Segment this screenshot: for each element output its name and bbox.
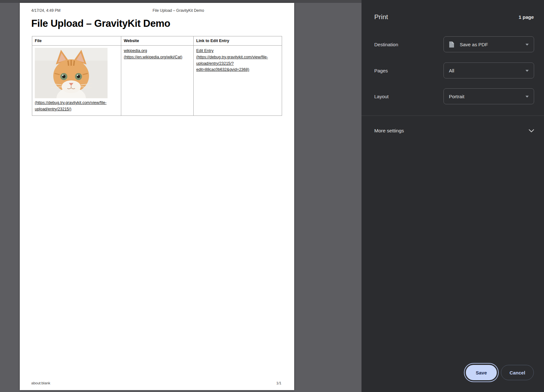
window-top-strip (0, 0, 361, 3)
destination-dropdown[interactable]: Save as PDF (443, 36, 534, 52)
chevron-down-icon (525, 70, 529, 72)
website-link-url: (https://en.wikipedia.org/wiki/Cat) (124, 55, 182, 59)
pages-value: All (449, 68, 454, 73)
chevron-down-icon (525, 44, 529, 46)
column-header-website: Website (121, 36, 194, 46)
cat-photo (35, 48, 108, 98)
edit-entry-cell: Edit Entry (https://debug.try.gravitykit… (194, 46, 282, 116)
column-header-file: File (32, 36, 121, 46)
save-button[interactable]: Save (466, 365, 497, 380)
entries-table: File Website Link to Edit Entry (32, 36, 282, 116)
destination-value: Save as PDF (460, 42, 488, 47)
destination-label: Destination (374, 42, 398, 47)
file-link: (https://debug.try.gravitykit.com/view/f… (35, 100, 107, 111)
pages-dropdown[interactable]: All (443, 63, 534, 78)
file-cell: (https://debug.try.gravitykit.com/view/f… (32, 46, 121, 116)
cancel-button[interactable]: Cancel (501, 365, 534, 380)
pdf-file-icon (449, 41, 454, 48)
print-preview-page: 4/17/24, 4:49 PM File Upload – GravityKi… (20, 3, 294, 390)
layout-label: Layout (374, 94, 389, 99)
table-row: (https://debug.try.gravitykit.com/view/f… (32, 46, 282, 116)
website-cell: wikipedia.org (https://en.wikipedia.org/… (121, 46, 194, 116)
layout-dropdown[interactable]: Portrait (443, 88, 534, 104)
chevron-down-icon (525, 96, 529, 98)
table-header-row: File Website Link to Edit Entry (32, 36, 282, 46)
print-dialog: Print 1 page Destination Save as PDF Pag… (361, 0, 544, 392)
destination-row: Destination Save as PDF (374, 36, 534, 52)
page-title: File Upload – GravityKit Demo (31, 18, 170, 29)
column-header-edit-entry: Link to Edit Entry (194, 36, 282, 46)
print-footer-page-number: 1/1 (276, 381, 281, 385)
page-count-label: 1 page (518, 14, 534, 20)
print-header-title: File Upload – GravityKit Demo (153, 8, 204, 13)
edit-entry-link-url: (https://debug.try.gravitykit.com/view/f… (196, 55, 268, 72)
print-header-datetime: 4/17/24, 4:49 PM (31, 8, 60, 13)
print-preview-screen: { "preview": { "header": { "datetime": "… (0, 0, 544, 392)
settings-divider (361, 115, 544, 116)
chevron-down-icon (529, 129, 534, 133)
layout-value: Portrait (449, 94, 464, 99)
edit-entry-link: Edit Entry (196, 48, 213, 53)
pages-label: Pages (374, 68, 388, 73)
more-settings-label: More settings (374, 128, 404, 134)
layout-row: Layout Portrait (374, 88, 534, 104)
pages-row: Pages All (374, 63, 534, 78)
website-link: wikipedia.org (124, 48, 147, 53)
print-footer-source: about:blank (31, 381, 50, 385)
more-settings-toggle[interactable]: More settings (374, 125, 534, 137)
dialog-title: Print (374, 13, 388, 21)
